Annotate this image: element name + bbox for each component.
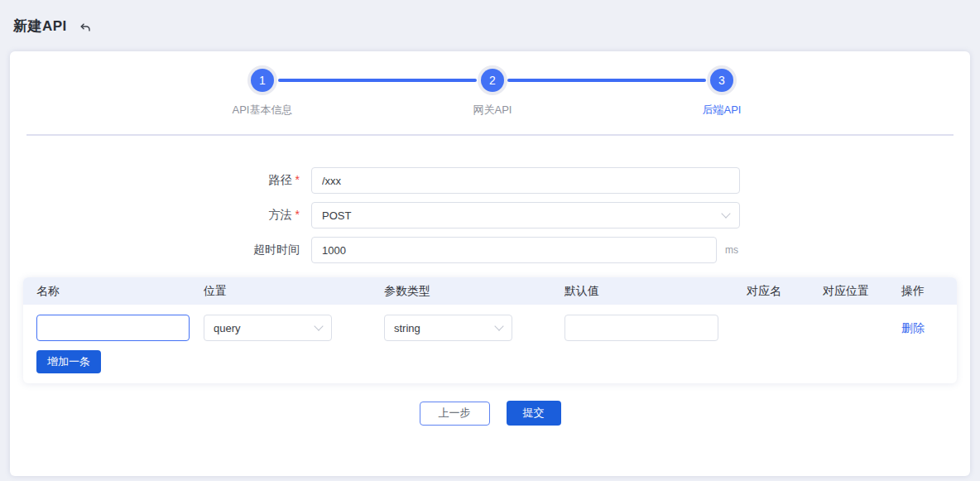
param-row: query string 删除 <box>23 305 957 341</box>
header-default-value: 默认值 <box>564 284 747 299</box>
param-default-input[interactable] <box>564 315 718 341</box>
header-param-type: 参数类型 <box>384 284 564 299</box>
method-label: 方法* <box>10 208 300 223</box>
step-number-badge: 1 <box>251 69 274 92</box>
add-row-container: 增加一条 <box>23 341 957 373</box>
header-location: 位置 <box>204 284 384 299</box>
backend-api-form: 路径* 方法* POST 超时时间 ms <box>10 136 970 263</box>
param-location-select[interactable]: query <box>204 315 332 341</box>
step-label: 网关API <box>473 103 512 118</box>
new-api-card: 1 API基本信息 2 网关API 3 后端API 路径* 方法* POST <box>10 51 970 476</box>
add-param-button[interactable]: 增加一条 <box>36 350 101 373</box>
method-select-value: POST <box>322 209 351 222</box>
form-row-method: 方法* POST <box>10 202 970 228</box>
timeout-label: 超时时间 <box>10 243 300 257</box>
param-type-select[interactable]: string <box>384 315 512 341</box>
form-row-timeout: 超时时间 ms <box>10 237 970 263</box>
delete-row-link[interactable]: 删除 <box>901 321 925 334</box>
stepper-step-basic-info[interactable]: 1 API基本信息 <box>196 69 329 118</box>
page-title: 新建API <box>13 17 67 36</box>
header-name: 名称 <box>23 284 204 299</box>
footer-actions: 上一步 提交 <box>10 401 970 426</box>
header-operation: 操作 <box>901 284 951 299</box>
top-bar: 新建API <box>0 0 980 51</box>
param-type-value: string <box>394 322 420 334</box>
header-corresponding-name: 对应名 <box>747 284 823 299</box>
chevron-down-icon <box>494 321 503 330</box>
stepper-step-gateway-api[interactable]: 2 网关API <box>426 69 559 118</box>
param-location-value: query <box>214 322 241 334</box>
path-label: 路径* <box>10 173 300 188</box>
chevron-down-icon <box>314 321 323 330</box>
submit-button[interactable]: 提交 <box>507 401 561 426</box>
undo-back-icon[interactable] <box>79 21 92 34</box>
step-number-badge: 3 <box>710 69 733 92</box>
timeout-unit-suffix: ms <box>725 244 738 256</box>
step-label: API基本信息 <box>233 103 293 118</box>
timeout-input[interactable] <box>311 237 717 263</box>
stepper-step-backend-api[interactable]: 3 后端API <box>656 69 788 118</box>
params-table: 名称 位置 参数类型 默认值 对应名 对应位置 操作 query string <box>23 277 957 383</box>
step-label: 后端API <box>703 103 742 118</box>
path-input[interactable] <box>311 167 740 194</box>
method-select[interactable]: POST <box>311 202 740 228</box>
required-asterisk: * <box>295 173 300 186</box>
stepper: 1 API基本信息 2 网关API 3 后端API <box>10 51 970 134</box>
header-corresponding-location: 对应位置 <box>823 284 901 299</box>
required-asterisk: * <box>295 208 300 221</box>
param-name-input[interactable] <box>36 315 190 341</box>
step-number-badge: 2 <box>481 69 504 92</box>
params-table-header: 名称 位置 参数类型 默认值 对应名 对应位置 操作 <box>23 277 957 305</box>
previous-step-button[interactable]: 上一步 <box>420 402 490 426</box>
form-row-path: 路径* <box>10 167 970 194</box>
chevron-down-icon <box>721 209 730 218</box>
